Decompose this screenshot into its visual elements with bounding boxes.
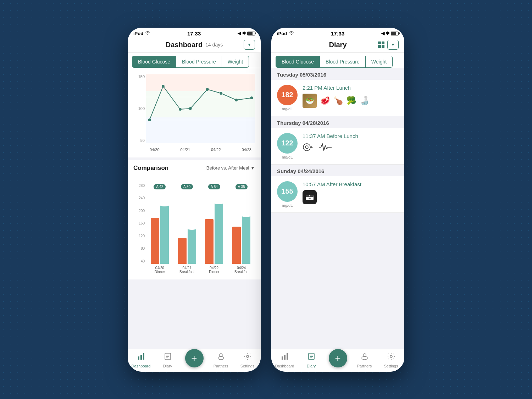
glucose-circle-2: 122 <box>277 133 298 154</box>
bar-group-2: Δ 30 04/21Breakfast <box>173 183 201 264</box>
delta-2: Δ 30 <box>181 184 193 189</box>
diary-dropdown[interactable]: ▼ <box>387 40 399 50</box>
date-header-2: Thursday 04/28/2016 <box>271 116 404 128</box>
svg-point-4 <box>206 88 209 91</box>
bar-before-3 <box>205 219 214 264</box>
tab-weight-1[interactable]: Weight <box>222 56 249 68</box>
x-label-0428: 04/28 <box>242 148 251 152</box>
tab-bar-dashboard-2[interactable]: Dashboard <box>271 351 298 369</box>
tab-bar-diary-label-1: Diary <box>163 364 172 368</box>
bar-groups: Δ 42 04/20Dinner Δ 30 <box>146 183 255 264</box>
unit-label-3: mg/dL <box>282 203 293 207</box>
settings-icon-1 <box>243 352 252 363</box>
unit-label-1: mg/dL <box>282 107 293 111</box>
tab-bar-dashboard-1[interactable]: Dashboard <box>128 351 154 369</box>
add-button-2[interactable]: + <box>329 349 347 367</box>
page-title-1: Dashboard <box>166 41 203 49</box>
bluetooth-icon-1: ✱ <box>242 31 246 36</box>
bar-group-1: Δ 42 04/20Dinner <box>146 183 173 264</box>
x-label-0420: 04/20 <box>150 148 160 152</box>
chart-x-labels: 04/20 04/21 04/22 04/28 <box>146 148 255 152</box>
tab-bar-add-1[interactable]: + <box>181 351 207 369</box>
tab-blood-glucose-1[interactable]: Blood Glucose <box>132 56 176 68</box>
tab-blood-pressure-2[interactable]: Blood Pressure <box>320 56 366 68</box>
tab-blood-glucose-2[interactable]: Blood Glucose <box>276 56 320 68</box>
chart-y-labels: 150 100 50 <box>133 74 146 143</box>
tab-bar-settings-2[interactable]: Settings <box>378 351 404 369</box>
date-header-1: Tuesday 05/03/2016 <box>271 68 404 80</box>
x-label-0422: 04/22 <box>211 148 221 152</box>
tab-bar-settings-label-1: Settings <box>240 364 255 368</box>
bar-before-4 <box>232 227 241 264</box>
svg-point-23 <box>309 195 310 196</box>
comparison-filter[interactable]: Before vs. After Meal ▼ <box>206 165 255 171</box>
entry-time-1: 2:21 PM After Lunch <box>303 85 399 91</box>
bar-label-2: 04/21Breakfast <box>179 266 194 274</box>
tab-blood-pressure-1[interactable]: Blood Pressure <box>176 56 222 68</box>
tab-weight-2[interactable]: Weight <box>366 56 393 68</box>
nav-header-2: Diary ▼ <box>271 38 404 53</box>
grid-view-icon[interactable] <box>378 41 384 48</box>
tab-bar-add-2[interactable]: + <box>325 351 351 369</box>
line-chart: 150 100 50 04/20 <box>133 74 255 152</box>
y-label-100: 100 <box>133 106 146 111</box>
entry-content-2: 11:37 AM Before Lunch <box>303 133 399 153</box>
tab-bar-partners-label-2: Partners <box>357 364 372 368</box>
entry-icons-1: 🥗 🥩 🍗 🥦 🍶 <box>303 94 399 108</box>
tab-bar-partners-label-1: Partners <box>214 364 228 368</box>
svg-point-15 <box>220 354 222 356</box>
status-bar-2: iPod 17:33 ◀ ✱ <box>271 28 404 38</box>
tab-bar-1: Dashboard Diary + Partners Settings <box>128 349 261 372</box>
svg-rect-25 <box>282 356 283 360</box>
delta-1: Δ 42 <box>154 184 166 189</box>
diary-content: Tuesday 05/03/2016 182 mg/dL 2:21 PM Aft… <box>271 68 404 349</box>
tab-bar-settings-1[interactable]: Settings <box>234 351 261 369</box>
tab-bar-partners-2[interactable]: Partners <box>351 351 378 369</box>
status-bar-1: iPod 17:33 ◀ ✱ <box>128 28 261 38</box>
svg-point-0 <box>148 118 151 121</box>
svg-rect-27 <box>287 353 288 360</box>
scale-icon <box>303 190 317 204</box>
bar-after-2 <box>188 229 196 264</box>
svg-point-5 <box>220 92 222 95</box>
unit-label-2: mg/dL <box>282 155 293 159</box>
partners-icon-2 <box>360 352 369 363</box>
diary-entry-1[interactable]: 182 mg/dL 2:21 PM After Lunch 🥗 🥩 🍗 🥦 🍶 <box>271 80 404 116</box>
bar-pair-3 <box>205 183 223 264</box>
entry-content-1: 2:21 PM After Lunch 🥗 🥩 🍗 🥦 🍶 <box>303 85 399 108</box>
status-right-1: ◀ ✱ <box>238 31 255 36</box>
battery-icon-1 <box>247 32 255 35</box>
carrier-label-2: iPod <box>277 31 287 36</box>
svg-rect-26 <box>284 355 286 360</box>
bar-group-4: Δ 35 04/24Breakfas <box>228 183 255 264</box>
status-left-1: iPod <box>133 31 150 36</box>
diary-entry-3[interactable]: 155 mg/dL 10:57 AM After Breakfast <box>271 176 404 213</box>
battery-icon-2 <box>391 32 399 35</box>
diary-icon-2 <box>307 352 316 363</box>
settings-icon-2 <box>387 352 395 363</box>
dashboard-icon-1 <box>137 352 145 363</box>
comparison-title: Comparison <box>133 165 168 172</box>
bar-pair-4 <box>232 183 250 264</box>
tabs-2: Blood Glucose Blood Pressure Weight <box>271 53 404 68</box>
tab-bar-partners-1[interactable]: Partners <box>207 351 234 369</box>
line-chart-svg <box>146 74 255 143</box>
location-icon-1: ◀ <box>238 31 241 36</box>
tab-bar-diary-2[interactable]: Diary <box>298 351 325 369</box>
period-dropdown[interactable]: ▼ <box>244 40 255 50</box>
diary-entry-2[interactable]: 122 mg/dL 11:37 AM Before Lunch <box>271 128 404 165</box>
entry-value-wrapper-2: 122 mg/dL <box>277 133 298 159</box>
bp-icon <box>303 142 315 153</box>
entry-content-3: 10:57 AM After Breakfast <box>303 181 399 204</box>
svg-point-32 <box>363 354 366 356</box>
glucose-circle-3: 155 <box>277 181 298 202</box>
add-button-1[interactable]: + <box>185 349 204 367</box>
bar-pair-1 <box>151 183 169 264</box>
bar-before-2 <box>178 238 187 264</box>
line-chart-container: 150 100 50 04/20 <box>128 68 261 157</box>
tab-bar-diary-1[interactable]: Diary <box>154 351 181 369</box>
svg-point-16 <box>246 355 249 358</box>
bar-label-3: 04/22Dinner <box>209 266 219 274</box>
date-header-3: Sunday 04/24/2016 <box>271 165 404 176</box>
tab-bar-dashboard-label-1: Dashboard <box>132 364 151 368</box>
